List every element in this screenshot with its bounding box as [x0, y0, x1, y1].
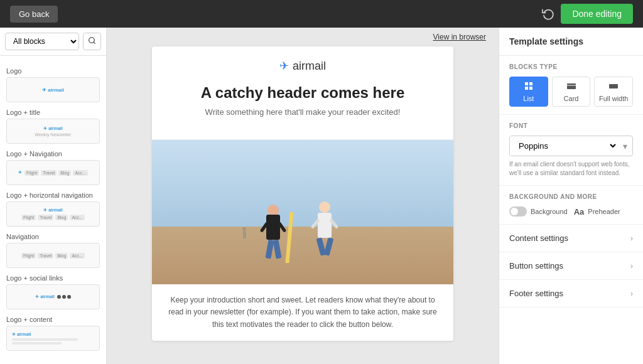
block-thumb-logo[interactable]: ✈ airmail	[6, 77, 100, 102]
list-icon	[524, 81, 534, 92]
topbar: Go back Done editing	[0, 0, 643, 28]
background-section-label: BACKGROUND AND MORE	[509, 193, 633, 200]
canvas-header: View in browser	[107, 28, 499, 46]
block-type-card-button[interactable]: Card	[552, 77, 591, 107]
blocks-type-row: List Card Full width	[509, 77, 633, 107]
block-label-logo-title: Logo + title	[6, 109, 100, 116]
preheader-toggle: Aa Preheader	[574, 207, 620, 217]
left-sidebar: All blocks Logo ✈ airmail Logo + title	[0, 28, 107, 364]
blocks-type-label: BLOCKS TYPE	[509, 63, 633, 70]
search-button[interactable]	[83, 33, 101, 50]
email-logo-text: airmail	[293, 60, 326, 73]
block-type-list-button[interactable]: List	[509, 77, 548, 107]
font-label: FONT	[509, 122, 633, 129]
panel-title: Template settings	[499, 28, 643, 56]
svg-line-1	[94, 42, 95, 43]
center-canvas-area: View in browser ✈ airmail A catchy heade…	[107, 28, 499, 364]
block-thumb-nav[interactable]: Flight Travel Blog Acc...	[6, 243, 100, 268]
svg-rect-4	[525, 87, 528, 90]
figure-3-bg	[242, 227, 246, 238]
sidebar-toolbar: All blocks	[0, 28, 106, 56]
email-subtext: Write something here that'll make your r…	[165, 107, 441, 117]
background-toggle: Background	[509, 206, 568, 217]
footer-settings-section[interactable]: Footer settings ›	[499, 280, 643, 308]
email-header-section: ✈ airmail A catchy header comes here Wri…	[152, 46, 453, 140]
svg-rect-6	[567, 83, 576, 89]
block-label-logo-content: Logo + content	[6, 316, 100, 323]
search-icon	[88, 36, 96, 45]
block-thumb-logo-content[interactable]: ✈ airmail	[6, 326, 100, 351]
svg-rect-3	[529, 82, 532, 85]
history-button[interactable]	[542, 8, 554, 20]
dropdown-arrow-icon: ▾	[618, 141, 632, 151]
figure-1	[266, 205, 280, 259]
font-select-row: Poppins Arial Georgia Helvetica ▾	[509, 136, 633, 156]
footer-settings-title: Footer settings	[509, 289, 563, 298]
email-body-text: Keep your introduction short and sweet. …	[167, 294, 438, 331]
background-toggle-switch[interactable]	[509, 206, 527, 217]
svg-rect-8	[609, 84, 618, 88]
block-thumb-logo-title[interactable]: ✈ airmail Weekly Newsletter	[6, 119, 100, 144]
history-icon	[542, 8, 554, 20]
preheader-label: Preheader	[588, 208, 620, 215]
block-thumb-logo-nav[interactable]: ✈ Flight Travel Blog Acc...	[6, 160, 100, 185]
block-type-list-label: List	[523, 95, 534, 102]
svg-rect-2	[525, 82, 528, 85]
email-canvas: ✈ airmail A catchy header comes here Wri…	[152, 46, 453, 341]
topbar-right: Done editing	[542, 4, 633, 24]
content-settings-chevron-icon: ›	[630, 234, 633, 243]
sky-background	[152, 140, 453, 227]
block-type-card-label: Card	[564, 95, 579, 102]
figure-2	[318, 201, 332, 255]
airmail-logo-icon: ✈	[279, 59, 289, 73]
font-hint-text: If an email client doesn't support web f…	[509, 160, 633, 178]
font-section: FONT Poppins Arial Georgia Helvetica ▾ I…	[499, 115, 643, 186]
background-section: BACKGROUND AND MORE Background Aa Prehea…	[499, 186, 643, 225]
sand-background	[152, 227, 453, 284]
aa-icon: Aa	[574, 207, 585, 217]
blocks-type-section: BLOCKS TYPE List Card	[499, 56, 643, 115]
main-layout: All blocks Logo ✈ airmail Logo + title	[0, 28, 643, 364]
card-icon	[566, 81, 576, 92]
go-back-button[interactable]: Go back	[10, 6, 58, 23]
email-headline: A catchy header comes here	[165, 83, 441, 102]
block-label-logo-nav: Logo + Navigation	[6, 150, 100, 158]
blocks-dropdown[interactable]: All blocks	[5, 33, 79, 50]
email-logo: ✈ airmail	[165, 59, 441, 73]
block-label-logo-horiz-nav: Logo + horizontal navigation	[6, 191, 100, 199]
button-settings-chevron-icon: ›	[630, 262, 633, 270]
block-type-fullwidth-button[interactable]: Full width	[594, 77, 633, 107]
view-in-browser-button[interactable]: View in browser	[433, 33, 486, 41]
block-label-nav: Navigation	[6, 233, 100, 240]
button-settings-title: Button settings	[509, 261, 563, 270]
email-hero-image	[152, 140, 453, 284]
bg-controls-row: Background Aa Preheader	[509, 206, 633, 217]
font-select[interactable]: Poppins Arial Georgia Helvetica	[510, 136, 618, 156]
sidebar-items-list: Logo ✈ airmail Logo + title ✈ airmail We…	[0, 56, 106, 364]
content-settings-title: Content settings	[509, 233, 568, 243]
done-editing-button[interactable]: Done editing	[561, 4, 633, 24]
right-panel: Template settings BLOCKS TYPE List Card	[499, 28, 643, 364]
block-type-fullwidth-label: Full width	[599, 95, 628, 102]
block-thumb-logo-horiz-nav[interactable]: ✈ airmail Flight Travel Blog Acc...	[6, 201, 100, 227]
email-body-section: Keep your introduction short and sweet. …	[152, 284, 453, 341]
fullwidth-icon	[608, 81, 619, 92]
block-thumb-logo-social[interactable]: ✈ airmail	[6, 284, 100, 309]
button-settings-section[interactable]: Button settings ›	[499, 252, 643, 280]
background-toggle-label: Background	[531, 208, 568, 215]
footer-settings-chevron-icon: ›	[630, 289, 633, 298]
topbar-left: Go back	[10, 6, 58, 23]
content-settings-section[interactable]: Content settings ›	[499, 225, 643, 252]
svg-rect-5	[529, 87, 532, 90]
block-label-logo-social: Logo + social links	[6, 274, 100, 282]
block-label-logo: Logo	[6, 67, 100, 75]
